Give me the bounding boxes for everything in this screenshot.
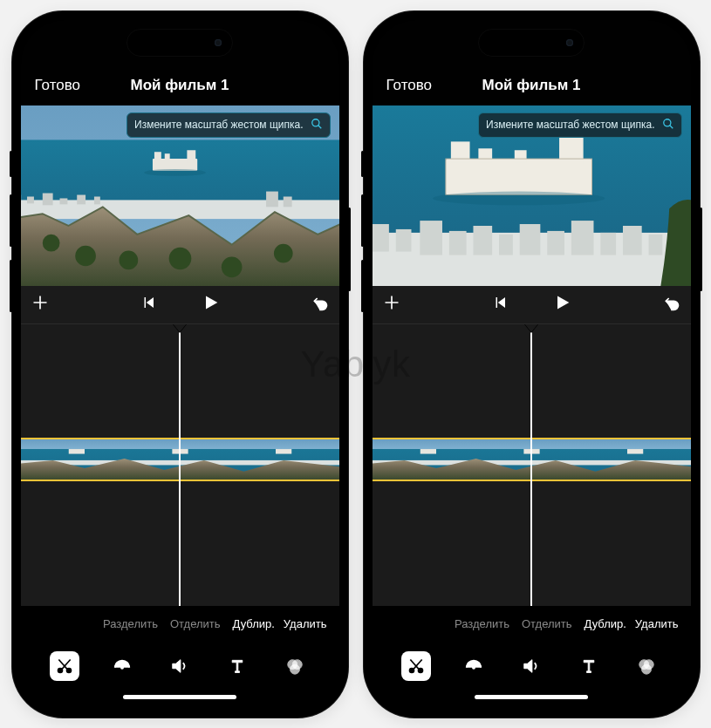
zoom-hint: Измените масштаб жестом щипка. — [478, 112, 681, 138]
skip-back-button[interactable] — [492, 295, 508, 314]
tool-bar — [373, 643, 691, 690]
cut-tool[interactable] — [401, 651, 431, 681]
video-clip[interactable] — [21, 438, 339, 481]
undo-button[interactable] — [663, 294, 680, 315]
split-button[interactable]: Разделить — [455, 617, 509, 630]
duplicate-button[interactable]: Дублир. — [233, 617, 275, 630]
speed-tool[interactable] — [459, 651, 489, 681]
video-preview[interactable]: Измените масштаб жестом щипка. — [21, 105, 339, 286]
volume-tool[interactable] — [165, 651, 195, 681]
done-button[interactable]: Готово — [35, 77, 105, 94]
timeline[interactable] — [373, 324, 691, 606]
cut-tool[interactable] — [50, 651, 79, 681]
hint-text: Измените масштаб жестом щипка. — [486, 119, 654, 131]
video-clip[interactable] — [373, 438, 691, 481]
transport-bar — [21, 286, 339, 324]
duplicate-button[interactable]: Дублир. — [585, 617, 626, 630]
svg-point-55 — [121, 666, 123, 668]
clip-actions: Разделить Отделить Дублир. Удалить — [21, 606, 339, 643]
detach-button[interactable]: Отделить — [522, 617, 572, 630]
tool-bar — [21, 643, 339, 690]
svg-point-50 — [311, 119, 318, 126]
phone-left: Готово Мой фильм 1 Измените масштаб жест… — [12, 11, 348, 718]
text-tool[interactable] — [574, 651, 604, 681]
project-title: Мой фильм 1 — [482, 77, 580, 94]
magnify-icon — [311, 118, 323, 133]
volume-tool[interactable] — [516, 651, 546, 681]
filter-tool[interactable] — [280, 651, 310, 681]
speed-tool[interactable] — [107, 651, 137, 681]
svg-line-51 — [318, 125, 321, 128]
clip-actions: Разделить Отделить Дублир. Удалить — [373, 606, 691, 643]
timeline[interactable] — [21, 324, 339, 606]
play-button[interactable] — [202, 294, 219, 315]
undo-button[interactable] — [311, 294, 329, 315]
play-button[interactable] — [553, 294, 571, 315]
project-title: Мой фильм 1 — [130, 77, 229, 94]
dynamic-island — [478, 29, 585, 57]
hint-text: Измените масштаб жестом щипка. — [134, 119, 303, 131]
svg-point-59 — [663, 119, 670, 126]
svg-point-53 — [67, 668, 72, 672]
svg-point-52 — [58, 668, 63, 672]
home-indicator[interactable] — [373, 690, 691, 709]
add-media-button[interactable] — [383, 294, 400, 315]
svg-point-64 — [473, 666, 475, 668]
zoom-hint: Измените масштаб жестом щипка. — [126, 112, 330, 138]
svg-line-60 — [669, 125, 673, 128]
svg-point-61 — [410, 668, 414, 672]
video-preview[interactable]: Измените масштаб жестом щипка. — [373, 105, 691, 286]
svg-point-67 — [641, 664, 651, 674]
transport-bar — [373, 286, 691, 324]
svg-point-58 — [290, 664, 299, 674]
magnify-icon — [662, 118, 674, 133]
add-media-button[interactable] — [31, 294, 49, 315]
delete-button[interactable]: Удалить — [635, 617, 679, 630]
skip-back-button[interactable] — [140, 295, 156, 314]
done-button[interactable]: Готово — [386, 77, 456, 94]
svg-point-62 — [419, 668, 423, 672]
detach-button[interactable]: Отделить — [170, 617, 221, 630]
filter-tool[interactable] — [632, 651, 661, 681]
delete-button[interactable]: Удалить — [284, 617, 327, 630]
home-indicator[interactable] — [21, 690, 339, 709]
split-button[interactable]: Разделить — [103, 617, 158, 630]
dynamic-island — [126, 29, 233, 57]
text-tool[interactable] — [222, 651, 252, 681]
phone-right: Готово Мой фильм 1 Измените масштаб жест… — [364, 11, 700, 718]
